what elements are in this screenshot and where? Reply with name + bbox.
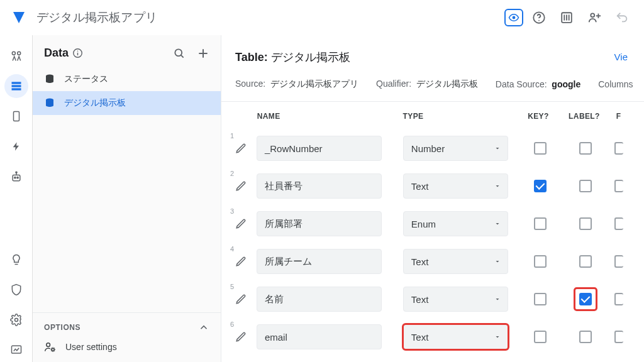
- label-checkbox[interactable]: [579, 142, 592, 155]
- share-button[interactable]: [582, 6, 606, 30]
- column-row: 3 所属部署 Enum: [221, 205, 644, 243]
- svg-point-20: [15, 172, 16, 173]
- column-type-select[interactable]: Number: [403, 136, 508, 161]
- key-checkbox[interactable]: [534, 293, 547, 305]
- column-row: 5 名前 Text: [221, 280, 644, 318]
- svg-point-26: [175, 49, 182, 56]
- view-button[interactable]: Vie: [612, 48, 630, 66]
- chevron-down-icon: [494, 220, 501, 228]
- sidebar-item-label: ステータス: [64, 74, 108, 85]
- svg-point-2: [538, 19, 540, 21]
- column-name-input[interactable]: 名前: [257, 287, 382, 312]
- column-row: 2 社員番号 Text: [221, 167, 644, 205]
- sidebar-item-digital-board[interactable]: デジタル掲示板: [33, 91, 221, 115]
- key-checkbox[interactable]: [534, 255, 547, 268]
- svg-rect-12: [11, 82, 21, 84]
- rail-views-icon[interactable]: [4, 104, 28, 128]
- column-type-select[interactable]: Text: [403, 173, 508, 199]
- search-icon[interactable]: [173, 47, 186, 60]
- svg-point-25: [77, 51, 79, 52]
- label-checkbox[interactable]: [579, 217, 592, 230]
- label-checkbox[interactable]: [579, 331, 592, 343]
- rail-security-icon[interactable]: [4, 278, 28, 302]
- chevron-down-icon: [494, 258, 501, 265]
- column-name-input[interactable]: email: [257, 324, 382, 349]
- edit-column-button[interactable]: [235, 293, 257, 305]
- column-row: 6 email Text: [221, 318, 644, 356]
- rail-actions-icon[interactable]: [4, 134, 28, 158]
- svg-point-0: [513, 16, 516, 19]
- app-title: デジタル掲示板アプリ: [36, 9, 157, 26]
- column-type-select[interactable]: Text: [403, 324, 508, 349]
- main-panel: Table: デジタル掲示板 Vie Source: デジタル掲示板アプリ Qu…: [221, 35, 644, 362]
- row-number: 1: [230, 132, 234, 140]
- f-checkbox[interactable]: [614, 142, 623, 155]
- label-checkbox[interactable]: [579, 255, 592, 268]
- column-headers: NAME TYPE KEY? LABEL? F: [221, 102, 644, 129]
- svg-point-18: [17, 177, 18, 178]
- label-checkbox[interactable]: [579, 293, 592, 305]
- column-type-select[interactable]: Text: [403, 287, 508, 312]
- rail-data-icon[interactable]: [4, 74, 28, 98]
- svg-point-33: [52, 348, 54, 351]
- user-settings-icon: [44, 341, 57, 353]
- info-icon[interactable]: [72, 48, 83, 58]
- column-row: 4 所属チーム Text: [221, 243, 644, 280]
- edit-column-button[interactable]: [235, 331, 257, 343]
- f-checkbox[interactable]: [614, 255, 623, 268]
- help-button[interactable]: [527, 6, 551, 30]
- column-type-select[interactable]: Enum: [403, 211, 508, 236]
- f-checkbox[interactable]: [614, 331, 623, 343]
- left-rail: [0, 35, 33, 362]
- svg-point-32: [47, 343, 50, 347]
- svg-line-27: [181, 55, 184, 57]
- user-settings-button[interactable]: User settings: [44, 333, 209, 353]
- sidebar-item-label: デジタル掲示板: [64, 97, 126, 109]
- row-number: 4: [230, 245, 234, 253]
- svg-rect-15: [13, 112, 19, 121]
- table-meta: Source: デジタル掲示板アプリ Qualifier: デジタル掲示板 Da…: [221, 74, 644, 102]
- rail-manage-icon[interactable]: [4, 338, 28, 362]
- appsheet-logo: [10, 9, 28, 26]
- rail-intelligence-icon[interactable]: [4, 248, 28, 272]
- key-checkbox[interactable]: [534, 331, 547, 343]
- rail-settings-icon[interactable]: [4, 308, 28, 332]
- edit-column-button[interactable]: [235, 256, 257, 267]
- key-checkbox[interactable]: [534, 142, 547, 155]
- sidebar-item-status[interactable]: ステータス: [33, 67, 221, 91]
- edit-column-button[interactable]: [235, 218, 257, 229]
- column-type-select[interactable]: Text: [403, 249, 508, 274]
- svg-rect-14: [11, 88, 21, 90]
- preview-button[interactable]: [504, 9, 523, 26]
- options-header[interactable]: OPTIONS: [44, 322, 209, 333]
- chevron-down-icon: [494, 182, 501, 190]
- f-checkbox[interactable]: [614, 180, 623, 192]
- key-checkbox[interactable]: [534, 180, 547, 192]
- column-name-input[interactable]: 所属部署: [257, 211, 382, 236]
- database-icon: [44, 74, 55, 85]
- undo-button[interactable]: [610, 6, 634, 30]
- f-checkbox[interactable]: [614, 217, 623, 230]
- column-name-input[interactable]: 社員番号: [257, 173, 382, 199]
- label-checkbox[interactable]: [579, 180, 592, 192]
- f-checkbox[interactable]: [614, 293, 623, 305]
- rail-automation-icon[interactable]: [4, 165, 28, 189]
- svg-point-7: [591, 13, 594, 17]
- row-number: 5: [230, 283, 234, 290]
- edit-column-button[interactable]: [235, 143, 257, 154]
- add-table-icon[interactable]: [197, 47, 209, 60]
- column-name-input[interactable]: 所属チーム: [257, 249, 382, 274]
- chevron-down-icon: [494, 333, 501, 341]
- rail-home-icon[interactable]: [4, 44, 28, 68]
- save-history-button[interactable]: [555, 6, 579, 30]
- svg-point-21: [14, 319, 18, 322]
- key-checkbox[interactable]: [534, 217, 547, 230]
- row-number: 2: [230, 170, 234, 177]
- edit-column-button[interactable]: [235, 180, 257, 192]
- chevron-down-icon: [494, 145, 501, 152]
- column-name-input[interactable]: _RowNumber: [257, 136, 382, 161]
- row-number: 6: [230, 321, 234, 328]
- row-number: 3: [230, 207, 234, 215]
- svg-point-10: [12, 52, 15, 55]
- topbar: デジタル掲示板アプリ: [0, 0, 644, 35]
